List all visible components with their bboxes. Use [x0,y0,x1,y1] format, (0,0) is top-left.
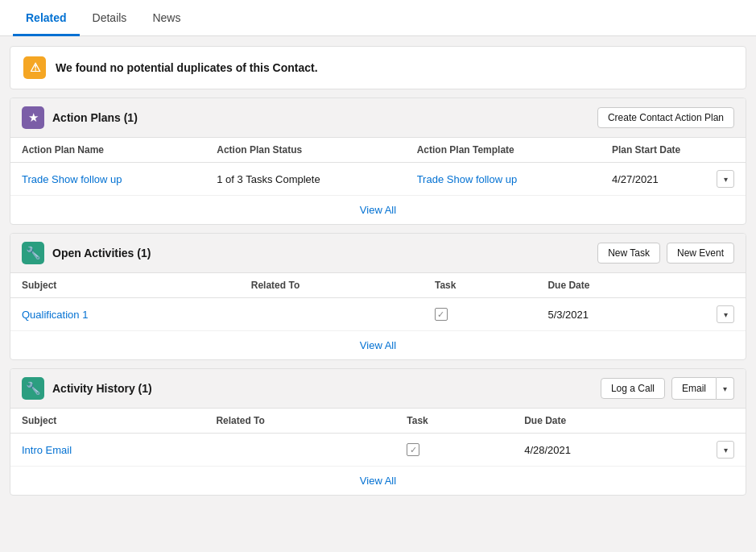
duplicate-banner: ⚠ We found no potential duplicates of th… [10,46,746,89]
table-row: Trade Show follow up 1 of 3 Tasks Comple… [10,163,746,196]
col-action-plan-name: Action Plan Name [10,138,205,163]
chevron-down-icon: ▾ [724,310,728,319]
col-related-to: Related To [204,409,395,434]
duplicate-banner-text: We found no potential duplicates of this… [56,61,318,74]
action-plan-status-cell: 1 of 3 Tasks Complete [205,163,405,196]
action-plans-title: Action Plans (1) [52,111,138,124]
action-plan-name-link[interactable]: Trade Show follow up [22,173,122,185]
action-plan-date-cell: 4/27/2021 ▾ [612,170,734,188]
table-row: Intro Email ✓ 4/28/2021 ▾ [10,434,746,467]
activity-history-row-dropdown[interactable]: ▾ [717,441,734,459]
activity-history-related-to-cell [204,434,395,467]
col-subject: Subject [10,273,240,298]
email-button[interactable]: Email [671,377,717,400]
col-subject: Subject [10,409,204,434]
tab-details[interactable]: Details [80,0,140,36]
action-plans-view-all-link[interactable]: View All [360,204,396,216]
create-contact-action-plan-button[interactable]: Create Contact Action Plan [597,107,734,128]
action-plans-section: ★ Action Plans (1) Create Contact Action… [10,98,746,225]
new-event-button[interactable]: New Event [667,243,734,264]
open-activities-section: 🔧 Open Activities (1) New Task New Event… [10,233,746,360]
warning-icon: ⚠ [23,56,46,79]
col-due-date: Due Date [513,409,746,434]
activity-history-header: 🔧 Activity History (1) Log a Call Email … [10,369,746,409]
activity-history-table: Subject Related To Task Due Date Intro E… [10,409,746,495]
activity-history-view-all-row: View All [10,467,746,496]
open-activity-row-dropdown[interactable]: ▾ [717,305,734,323]
email-button-group: Email ▾ [671,377,734,400]
activity-history-section: 🔧 Activity History (1) Log a Call Email … [10,368,746,496]
email-dropdown-button[interactable]: ▾ [717,377,734,400]
action-plans-view-all-row: View All [10,196,746,225]
activity-history-view-all-link[interactable]: View All [360,475,396,487]
action-plans-table: Action Plan Name Action Plan Status Acti… [10,138,746,224]
activity-history-subject-link[interactable]: Intro Email [22,444,72,456]
open-activities-view-all-link[interactable]: View All [360,339,396,351]
chevron-down-icon: ▾ [723,384,727,393]
task-checkbox[interactable]: ✓ [435,308,448,321]
open-activity-date-cell: 5/3/2021 ▾ [547,305,734,323]
activity-history-icon: 🔧 [22,377,44,400]
open-activities-view-all-row: View All [10,331,746,360]
tab-related[interactable]: Related [13,0,80,36]
task-checkbox[interactable]: ✓ [407,443,419,456]
col-related-to: Related To [240,273,423,298]
activity-history-title: Activity History (1) [52,382,152,395]
col-action-plan-template: Action Plan Template [406,138,601,163]
new-task-button[interactable]: New Task [597,243,660,264]
open-activity-related-to-cell [240,298,423,331]
open-activities-table: Subject Related To Task Due Date Qualifi… [10,273,746,359]
tab-bar: Related Details News [0,0,756,36]
col-task: Task [395,409,513,434]
col-plan-start-date: Plan Start Date [601,138,746,163]
tab-news[interactable]: News [139,0,193,36]
action-plans-icon: ★ [22,106,44,129]
open-activity-subject-link[interactable]: Qualification 1 [22,309,88,321]
activity-history-date-cell: 4/28/2021 ▾ [524,441,734,459]
log-call-button[interactable]: Log a Call [601,378,665,399]
col-action-plan-status: Action Plan Status [205,138,405,163]
wrench-icon: 🔧 [26,246,41,260]
action-plans-header: ★ Action Plans (1) Create Contact Action… [10,98,746,138]
open-activities-header: 🔧 Open Activities (1) New Task New Event [10,234,746,273]
action-plan-row-dropdown[interactable]: ▾ [717,170,734,188]
wrench-icon: 🔧 [26,381,41,396]
col-task: Task [423,273,537,298]
open-activities-title: Open Activities (1) [52,247,151,259]
chevron-down-icon: ▾ [724,446,728,454]
col-due-date: Due Date [536,273,746,298]
open-activities-icon: 🔧 [22,242,44,264]
action-plan-template-link[interactable]: Trade Show follow up [417,173,518,185]
table-row: Qualification 1 ✓ 5/3/2021 ▾ [10,298,746,331]
chevron-down-icon: ▾ [724,175,728,184]
